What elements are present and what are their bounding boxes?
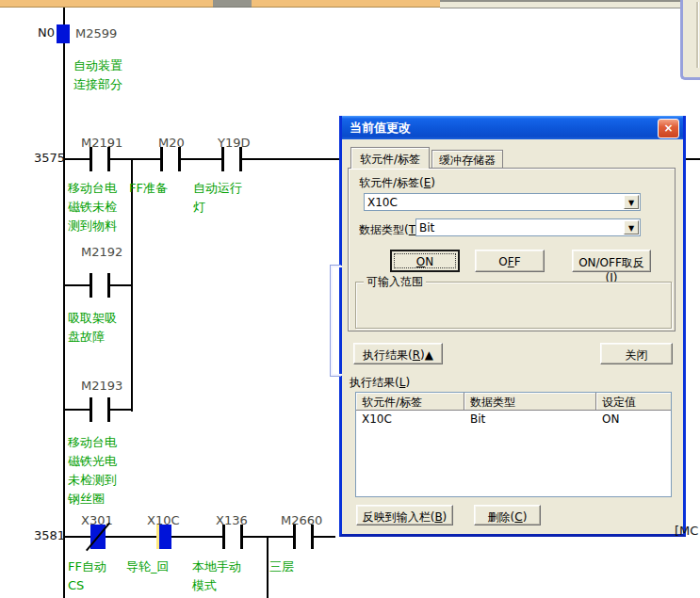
exec-result-list-label: 执行结果(L) (350, 375, 410, 391)
contact-m2193[interactable] (90, 397, 110, 422)
contact-m20[interactable] (160, 147, 181, 171)
comment-line: 磁铁光电 (68, 452, 117, 471)
dialog-titlebar[interactable]: 当前值更改 × (342, 116, 683, 139)
label-text: 执行结果( (350, 376, 399, 389)
button-mnemonic: B (434, 510, 442, 524)
toolbar-fragment-mid (252, 0, 440, 8)
device-label: M2193 (81, 379, 122, 393)
on-button[interactable]: ON (390, 250, 460, 272)
datatype-combobox-value: Bit (419, 221, 434, 234)
close-icon[interactable]: × (658, 119, 679, 138)
background-window-fragment (680, 0, 700, 80)
contact-m2192[interactable] (90, 273, 110, 298)
button-text: )▲ (420, 348, 433, 362)
comment-line: 本地手动 (192, 558, 241, 576)
device-comment: 自动运行 灯 (193, 179, 242, 217)
device-label: M2192 (81, 245, 122, 259)
comment-line: 移动台电 (68, 433, 117, 452)
on-off-toggle-button[interactable]: ON/OFF取反(I) (572, 250, 651, 272)
focus-rect (394, 253, 456, 268)
button-mnemonic: R (413, 348, 420, 362)
close-button[interactable]: 关闭 (600, 343, 673, 364)
comment-line: 吸取架吸 (68, 309, 117, 328)
table-row[interactable]: X10C Bit ON (356, 411, 671, 428)
button-mnemonic: C (514, 510, 522, 524)
device-comment: FF自动 CS (68, 558, 106, 595)
network-label: N0 (38, 25, 55, 40)
comment-line: 未检测到 (68, 471, 117, 490)
table-header-device[interactable]: 软元件/标签 (356, 393, 464, 411)
input-range-label: 可输入范围 (364, 274, 426, 290)
comment-line: CS (68, 576, 106, 595)
exec-result-toggle-button[interactable]: 执行结果(R)▲ (353, 343, 443, 364)
dialog-body: 软元件/标签 缓冲存储器 软元件/标签(E) X10C ▼ 数据类型(T) Bi… (342, 139, 683, 534)
button-text: F (514, 255, 521, 268)
selection-bracket-artifact (331, 266, 342, 376)
rung-number: 3581 (34, 528, 65, 542)
contact-x10c-on[interactable] (156, 525, 171, 549)
comment-line: FF准备 (129, 179, 168, 198)
toolbar-fragment-right (440, 0, 680, 8)
device-comment: 本地手动 模式 (192, 558, 241, 595)
comment-line: 移动台电 (68, 179, 117, 198)
button-text: ) (523, 510, 528, 524)
button-mnemonic: F (508, 255, 514, 268)
device-combobox[interactable]: X10C ▼ (364, 193, 641, 211)
button-text: ) (443, 510, 448, 524)
tab-device-label[interactable]: 软元件/标签 (350, 147, 430, 169)
table-cell-device: X10C (356, 411, 464, 428)
device-comment: 吸取架吸 盘故障 (68, 309, 117, 347)
rung-number: 3575 (34, 151, 65, 165)
comment-line: 钢丝圈 (68, 490, 117, 509)
table-cell-setvalue: ON (596, 411, 671, 428)
exec-result-table: 软元件/标签 数据类型 设定值 X10C Bit ON (355, 392, 672, 497)
branch-vertical-line (267, 536, 269, 598)
contact-y19d[interactable] (221, 147, 242, 171)
table-header-setvalue[interactable]: 设定值 (596, 393, 671, 411)
device-comment: 三层 (269, 558, 294, 576)
datatype-field-label: 数据类型(T) (359, 222, 420, 238)
label-text: ) (405, 376, 410, 389)
reflect-to-input-button[interactable]: 反映到输入栏(B) (356, 505, 453, 525)
device-label: M2599 (75, 26, 117, 40)
device-comment: 自动装置 连接部分 (73, 57, 122, 94)
dialog-title: 当前值更改 (350, 121, 411, 135)
label-text: ) (431, 176, 435, 189)
label-mnemonic: T (409, 223, 415, 236)
device-comment: FF准备 (129, 179, 168, 198)
comment-line: 磁铁未检 (68, 198, 117, 217)
toolbar-fragment-left (0, 0, 213, 8)
comment-line: FF自动 (68, 558, 106, 576)
contact-x136[interactable] (222, 525, 243, 549)
chevron-down-icon[interactable]: ▼ (624, 195, 639, 209)
button-text: O (498, 255, 507, 268)
contact-m2191[interactable] (90, 147, 110, 171)
device-combobox-value: X10C (367, 196, 398, 209)
off-button[interactable]: OFF (475, 250, 545, 272)
comment-line: 盘故障 (68, 328, 117, 347)
comment-line: 连接部分 (73, 75, 122, 94)
edit-cursor[interactable] (57, 24, 70, 43)
datatype-combobox[interactable]: Bit ▼ (415, 218, 641, 236)
contact-m2660[interactable] (293, 525, 314, 549)
device-comment: 导轮_回 (126, 558, 170, 576)
ladder-left-rail (63, 8, 65, 598)
comment-line: 测到物料 (68, 217, 117, 235)
label-text: 数据类型( (359, 223, 409, 236)
comment-line: 导轮_回 (126, 558, 170, 576)
table-header-row: 软元件/标签 数据类型 设定值 (356, 393, 671, 411)
delete-button[interactable]: 删除(C) (474, 505, 541, 525)
chevron-down-icon[interactable]: ▼ (624, 220, 639, 234)
tab-buffer-memory[interactable]: 缓冲存储器 (431, 150, 503, 169)
label-text: 软元件/标签( (359, 176, 424, 189)
button-text: 删除( (488, 510, 515, 524)
comment-line: 自动运行 (193, 179, 242, 198)
device-tab-panel: 软元件/标签(E) X10C ▼ 数据类型(T) Bit ▼ ON (348, 168, 676, 331)
table-header-datatype[interactable]: 数据类型 (464, 393, 596, 411)
device-comment: 移动台电 磁铁未检 测到物料 (68, 179, 117, 235)
comment-line: 灯 (193, 198, 242, 217)
rung-line-right-sliver (686, 158, 700, 160)
contact-x301-nc-on[interactable] (90, 525, 106, 549)
toolbar-fragment-gray (213, 0, 252, 8)
comment-line: 自动装置 (73, 57, 122, 75)
